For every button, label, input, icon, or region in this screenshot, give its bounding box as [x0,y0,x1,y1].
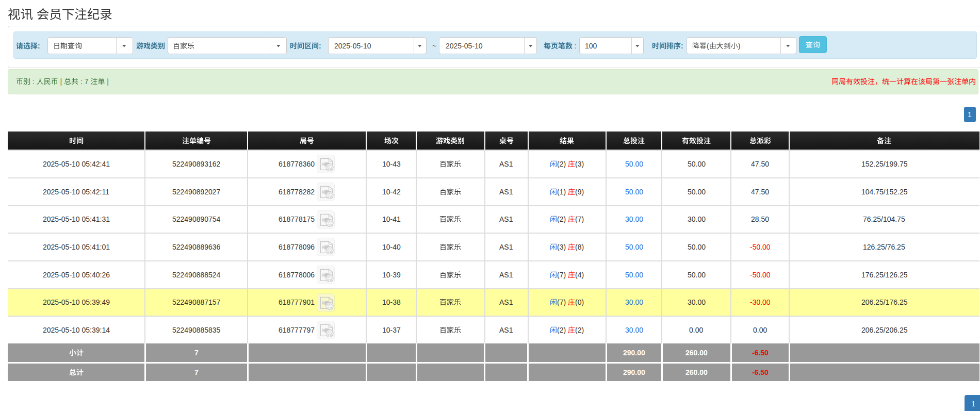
svg-text:7: 7 [194,368,199,376]
svg-text:|: | [58,77,63,86]
svg-text:(2): (2) [557,326,568,334]
svg-text:47.50: 47.50 [751,160,769,168]
svg-text:2025-05-10 05:39:14: 2025-05-10 05:39:14 [43,326,110,334]
svg-text:50.00: 50.00 [625,188,643,196]
svg-text:AS1: AS1 [499,271,513,279]
svg-text:618777901: 618777901 [279,298,315,306]
svg-text:-30.00: -30.00 [750,298,771,306]
svg-text:50.00: 50.00 [688,188,706,196]
svg-text:10-39: 10-39 [382,271,401,279]
svg-text:290.00: 290.00 [623,368,645,376]
svg-text:AS1: AS1 [499,326,513,334]
svg-text:30.00: 30.00 [688,298,706,306]
svg-text:(9): (9) [575,188,584,196]
svg-text:618778360: 618778360 [279,160,315,168]
svg-text:47.50: 47.50 [751,188,769,196]
svg-text:-50.00: -50.00 [750,271,771,279]
svg-text::: : [38,41,40,50]
svg-text:10-40: 10-40 [382,243,401,251]
svg-text:-6.50: -6.50 [752,368,769,376]
svg-text:2025-05-10 05:40:26: 2025-05-10 05:40:26 [43,271,110,279]
svg-text:522490885835: 522490885835 [172,326,221,334]
svg-text:0.00: 0.00 [689,326,703,334]
svg-text:30.00: 30.00 [625,298,643,306]
svg-text::: : [319,41,321,50]
svg-text:(4): (4) [575,271,584,279]
svg-text:76.25/104.75: 76.25/104.75 [863,215,905,223]
svg-text:100: 100 [585,41,597,50]
svg-text:(0): (0) [575,298,584,306]
svg-text:-6.50: -6.50 [752,349,769,357]
svg-text:50.00: 50.00 [625,243,643,251]
svg-text:1: 1 [971,400,975,408]
svg-text:AS1: AS1 [499,243,513,251]
svg-text:(: ( [707,41,709,50]
svg-text:2025-05-10 05:41:01: 2025-05-10 05:41:01 [43,243,110,251]
svg-text:522490888524: 522490888524 [172,271,221,279]
svg-text:104.75/152.25: 104.75/152.25 [861,188,908,196]
svg-text:30.00: 30.00 [625,215,643,223]
svg-text:290.00: 290.00 [623,349,645,357]
svg-text:206.25/176.25: 206.25/176.25 [861,298,908,306]
svg-text:(2): (2) [575,326,584,334]
svg-text:2025-05-10: 2025-05-10 [446,41,483,50]
svg-text:260.00: 260.00 [685,349,708,357]
svg-text:(2): (2) [557,160,568,168]
svg-text:522490887157: 522490887157 [172,298,221,306]
svg-text:(7): (7) [557,298,568,306]
svg-text:50.00: 50.00 [625,160,643,168]
svg-text:30.00: 30.00 [688,215,706,223]
svg-text:10-37: 10-37 [382,326,401,334]
svg-text:(3): (3) [557,243,568,251]
svg-text:50.00: 50.00 [688,160,706,168]
svg-text:618778006: 618778006 [279,271,315,279]
svg-text:2025-05-10 05:42:41: 2025-05-10 05:42:41 [43,160,110,168]
svg-text:7: 7 [194,349,199,357]
svg-text:206.25/206.25: 206.25/206.25 [861,326,908,334]
svg-text:-50.00: -50.00 [750,243,771,251]
svg-text:618778175: 618778175 [279,215,315,223]
svg-text:AS1: AS1 [499,215,513,223]
svg-text:522490890754: 522490890754 [172,215,221,223]
svg-text:AS1: AS1 [499,160,513,168]
svg-text:(7): (7) [575,215,584,223]
svg-text:522490893162: 522490893162 [172,160,221,168]
svg-text::: : [681,41,683,50]
svg-text:AS1: AS1 [499,188,513,196]
svg-text:10-38: 10-38 [382,298,401,306]
svg-text:176.25/126.25: 176.25/126.25 [861,271,908,279]
svg-text:AS1: AS1 [499,298,513,306]
svg-text:152.25/199.75: 152.25/199.75 [861,160,908,168]
svg-text:10-41: 10-41 [382,215,401,223]
svg-text:~: ~ [432,41,436,50]
svg-text:50.00: 50.00 [625,271,643,279]
svg-text:618778282: 618778282 [279,188,315,196]
svg-text:0.00: 0.00 [753,326,767,334]
svg-text:: 7: : 7 [78,77,90,86]
svg-text:(8): (8) [575,243,584,251]
svg-text:): ) [738,41,741,50]
svg-text:30.00: 30.00 [625,326,643,334]
svg-text:2025-05-10 05:41:31: 2025-05-10 05:41:31 [43,215,110,223]
svg-text:10-42: 10-42 [382,188,401,196]
svg-text:1: 1 [968,110,972,119]
svg-text:(1): (1) [557,188,568,196]
svg-text:28.50: 28.50 [751,215,769,223]
svg-text:522490889636: 522490889636 [172,243,221,251]
svg-text::: : [30,77,37,86]
svg-text:(3): (3) [575,160,584,168]
svg-text:522490892027: 522490892027 [172,188,221,196]
svg-text:50.00: 50.00 [688,243,706,251]
svg-text:(7): (7) [557,271,568,279]
svg-text:126.25/76.25: 126.25/76.25 [863,243,905,251]
svg-text:(2): (2) [557,215,568,223]
svg-text:|: | [105,77,109,86]
svg-text:10-43: 10-43 [382,160,401,168]
svg-text:2025-05-10 05:42:11: 2025-05-10 05:42:11 [43,188,109,196]
svg-text:260.00: 260.00 [685,368,708,376]
svg-text:618777797: 618777797 [279,326,315,334]
svg-text:50.00: 50.00 [688,271,706,279]
svg-text:618778096: 618778096 [279,243,315,251]
svg-text:2025-05-10 05:39:49: 2025-05-10 05:39:49 [43,298,110,306]
svg-text::: : [573,41,579,50]
